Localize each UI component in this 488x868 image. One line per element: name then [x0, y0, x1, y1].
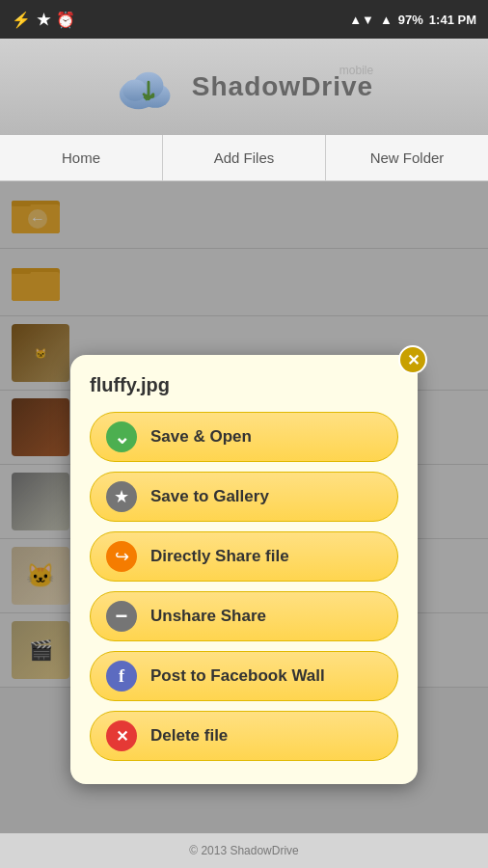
- battery-level: 97%: [398, 13, 423, 27]
- close-icon: ✕: [106, 720, 137, 751]
- status-left-icons: ⚡ ★ ⏰: [12, 11, 75, 29]
- bluetooth-icon: ★: [37, 11, 50, 29]
- share-icon: ↪: [106, 541, 137, 572]
- chevron-down-icon: ⌄: [106, 421, 137, 452]
- modal-close-button[interactable]: ✕: [398, 345, 427, 374]
- save-open-label: Save & Open: [150, 427, 252, 447]
- logo: ↩ mobile ShadowDrive: [115, 61, 373, 114]
- facebook-icon: f: [106, 661, 137, 692]
- delete-label: Delete file: [150, 726, 228, 746]
- save-gallery-label: Save to Gallery: [150, 487, 269, 506]
- file-list: ← 🐱 🐱 mittens.jpg 32.39 KB (shar: [0, 181, 488, 833]
- status-right-icons: ▲▼ ▲ 97% 1:41 PM: [349, 13, 476, 27]
- delete-button[interactable]: ✕ Delete file: [90, 711, 398, 761]
- signal-icon: ▲: [380, 13, 393, 27]
- wifi-icon: ▲▼: [349, 13, 374, 27]
- app-header: ↩ mobile ShadowDrive: [0, 39, 488, 135]
- alarm-icon: ⏰: [56, 11, 75, 29]
- tab-add-files[interactable]: Add Files: [163, 135, 326, 180]
- usb-icon: ⚡: [12, 11, 31, 29]
- save-open-button[interactable]: ⌄ Save & Open: [90, 412, 398, 462]
- modal-dialog: ✕ fluffy.jpg ⌄ Save & Open ★ Save to Gal…: [70, 355, 418, 784]
- nav-tabs: Home Add Files New Folder: [0, 135, 488, 181]
- footer-text: © 2013 ShadowDrive: [189, 844, 299, 857]
- minus-icon: −: [106, 601, 137, 632]
- svg-text:↩: ↩: [142, 89, 154, 105]
- footer: © 2013 ShadowDrive: [0, 833, 488, 868]
- modal-overlay: ✕ fluffy.jpg ⌄ Save & Open ★ Save to Gal…: [0, 181, 488, 833]
- logo-text: mobile ShadowDrive: [192, 71, 373, 102]
- unshare-button[interactable]: − Unshare Share: [90, 591, 398, 641]
- facebook-label: Post to Facebook Wall: [150, 666, 325, 686]
- save-gallery-button[interactable]: ★ Save to Gallery: [90, 472, 398, 522]
- status-bar: ⚡ ★ ⏰ ▲▼ ▲ 97% 1:41 PM: [0, 0, 488, 39]
- unshare-label: Unshare Share: [150, 607, 266, 626]
- tab-new-folder[interactable]: New Folder: [326, 135, 488, 180]
- facebook-button[interactable]: f Post to Facebook Wall: [90, 651, 398, 701]
- share-file-button[interactable]: ↪ Directly Share file: [90, 531, 398, 582]
- star-icon: ★: [106, 481, 137, 512]
- tab-home[interactable]: Home: [0, 135, 163, 180]
- share-file-label: Directly Share file: [150, 547, 289, 566]
- time-display: 1:41 PM: [429, 13, 476, 27]
- mobile-label: mobile: [339, 64, 373, 77]
- cloud-logo-icon: ↩: [115, 61, 182, 114]
- modal-title: fluffy.jpg: [90, 374, 398, 396]
